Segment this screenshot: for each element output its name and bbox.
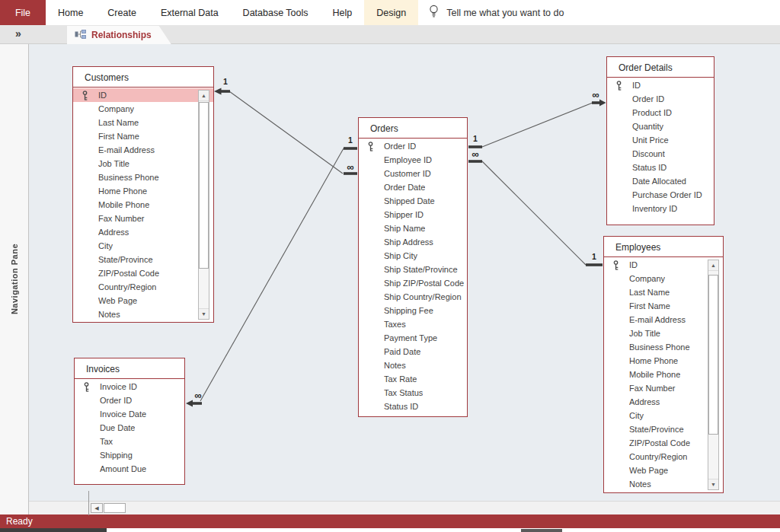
field-customers-zip-postal-code[interactable]: ZIP/Postal Code xyxy=(73,266,213,280)
field-employees-company[interactable]: Company xyxy=(604,272,723,285)
ribbon-tab-external-data[interactable]: External Data xyxy=(149,0,231,25)
field-orders-tax-status[interactable]: Tax Status xyxy=(359,386,467,400)
field-orders-ship-city[interactable]: Ship City xyxy=(359,249,467,263)
field-order-details-unit-price[interactable]: Unit Price xyxy=(607,133,714,147)
field-orders-ship-zip-postal-code[interactable]: Ship ZIP/Postal Code xyxy=(359,276,467,290)
field-customers-web-page[interactable]: Web Page xyxy=(73,294,213,307)
table-title-employees[interactable]: Employees xyxy=(604,237,723,257)
table-orders[interactable]: OrdersOrder IDEmployee IDCustomer IDOrde… xyxy=(358,117,468,417)
field-orders-employee-id[interactable]: Employee ID xyxy=(359,153,467,167)
field-orders-tax-rate[interactable]: Tax Rate xyxy=(359,372,467,386)
table-invoices[interactable]: InvoicesInvoice IDOrder IDInvoice DateDu… xyxy=(74,358,185,485)
ribbon-tab-home[interactable]: Home xyxy=(46,0,95,25)
field-orders-paid-date[interactable]: Paid Date xyxy=(359,345,467,358)
field-order-details-purchase-order-id[interactable]: Purchase Order ID xyxy=(607,188,714,202)
table-title-invoices[interactable]: Invoices xyxy=(75,358,184,379)
field-employees-zip-postal-code[interactable]: ZIP/Postal Code xyxy=(604,436,723,450)
field-employees-job-title[interactable]: Job Title xyxy=(604,327,723,340)
chevron-double-right-icon[interactable]: » xyxy=(15,27,21,40)
field-invoices-tax[interactable]: Tax xyxy=(75,435,184,448)
field-customers-id[interactable]: ID xyxy=(73,88,213,102)
field-customers-job-title[interactable]: Job Title xyxy=(73,157,213,170)
field-orders-shipper-id[interactable]: Shipper ID xyxy=(359,208,467,221)
file-tab[interactable]: File xyxy=(0,0,46,25)
field-invoices-invoice-date[interactable]: Invoice Date xyxy=(75,407,184,421)
ribbon-tab-help[interactable]: Help xyxy=(321,0,365,25)
field-customers-last-name[interactable]: Last Name xyxy=(73,116,213,129)
field-customers-e-mail-address[interactable]: E-mail Address xyxy=(73,143,213,157)
relationship-customers-orders[interactable]: 1 ∞ xyxy=(214,77,357,174)
scroll-thumb[interactable] xyxy=(104,503,126,513)
field-order-details-date-allocated[interactable]: Date Allocated xyxy=(607,174,714,188)
field-customers-country-region[interactable]: Country/Region xyxy=(73,280,213,294)
tab-relationships[interactable]: Relationships xyxy=(67,26,171,44)
field-order-details-quantity[interactable]: Quantity xyxy=(607,119,714,133)
table-title-orders[interactable]: Orders xyxy=(359,118,467,139)
field-orders-payment-type[interactable]: Payment Type xyxy=(359,331,467,345)
field-customers-city[interactable]: City xyxy=(73,239,213,253)
field-orders-taxes[interactable]: Taxes xyxy=(359,317,467,331)
field-employees-fax-number[interactable]: Fax Number xyxy=(604,381,723,395)
field-employees-notes[interactable]: Notes xyxy=(604,477,723,491)
field-employees-business-phone[interactable]: Business Phone xyxy=(604,340,723,354)
table-title-customers[interactable]: Customers xyxy=(73,67,213,88)
field-invoices-amount-due[interactable]: Amount Due xyxy=(75,462,184,476)
field-orders-order-id[interactable]: Order ID xyxy=(359,139,467,153)
field-invoices-shipping[interactable]: Shipping xyxy=(75,448,184,462)
field-orders-notes[interactable]: Notes xyxy=(359,358,467,372)
field-customers-mobile-phone[interactable]: Mobile Phone xyxy=(73,198,213,212)
field-invoices-order-id[interactable]: Order ID xyxy=(75,393,184,407)
field-employees-country-region[interactable]: Country/Region xyxy=(604,450,723,464)
field-order-details-inventory-id[interactable]: Inventory ID xyxy=(607,202,714,215)
relationship-orders-order-details[interactable]: 1 ∞ xyxy=(468,89,606,147)
field-employees-e-mail-address[interactable]: E-mail Address xyxy=(604,313,723,327)
field-customers-fax-number[interactable]: Fax Number xyxy=(73,212,213,225)
field-employees-state-province[interactable]: State/Province xyxy=(604,422,723,436)
field-employees-web-page[interactable]: Web Page xyxy=(604,464,723,477)
field-orders-order-date[interactable]: Order Date xyxy=(359,180,467,194)
field-customers-home-phone[interactable]: Home Phone xyxy=(73,184,213,198)
ribbon-tab-design[interactable]: Design xyxy=(364,0,418,25)
field-customers-first-name[interactable]: First Name xyxy=(73,129,213,143)
field-employees-mobile-phone[interactable]: Mobile Phone xyxy=(604,368,723,381)
field-orders-ship-address[interactable]: Ship Address xyxy=(359,235,467,249)
field-orders-shipping-fee[interactable]: Shipping Fee xyxy=(359,304,467,317)
field-customers-state-province[interactable]: State/Province xyxy=(73,253,213,266)
field-employees-home-phone[interactable]: Home Phone xyxy=(604,354,723,368)
scroll-down-button[interactable]: ▼ xyxy=(199,308,209,319)
field-orders-status-id[interactable]: Status ID xyxy=(359,400,467,413)
ribbon-tab-database-tools[interactable]: Database Tools xyxy=(231,0,321,25)
horizontal-scrollbar[interactable]: ◀ xyxy=(29,501,780,514)
ribbon-tab-create[interactable]: Create xyxy=(95,0,149,25)
field-employees-id[interactable]: ID xyxy=(604,258,723,272)
field-orders-ship-name[interactable]: Ship Name xyxy=(359,221,467,235)
field-order-details-discount[interactable]: Discount xyxy=(607,147,714,161)
field-customers-business-phone[interactable]: Business Phone xyxy=(73,170,213,184)
table-order-details[interactable]: Order DetailsIDOrder IDProduct IDQuantit… xyxy=(606,56,714,225)
table-customers[interactable]: CustomersIDCompanyLast NameFirst NameE-m… xyxy=(72,66,214,323)
scroll-up-button[interactable]: ▲ xyxy=(708,260,718,271)
field-order-details-order-id[interactable]: Order ID xyxy=(607,92,714,106)
field-customers-notes[interactable]: Notes xyxy=(73,307,213,321)
field-customers-address[interactable]: Address xyxy=(73,225,213,239)
field-employees-last-name[interactable]: Last Name xyxy=(604,285,723,299)
relationship-employees-orders[interactable]: ∞ 1 xyxy=(468,148,603,265)
field-orders-ship-state-province[interactable]: Ship State/Province xyxy=(359,263,467,276)
table-scrollbar[interactable]: ▲▼ xyxy=(198,90,209,320)
scroll-up-button[interactable]: ▲ xyxy=(199,91,209,101)
field-orders-shipped-date[interactable]: Shipped Date xyxy=(359,194,467,208)
scroll-thumb[interactable] xyxy=(199,102,209,269)
table-title-order-details[interactable]: Order Details xyxy=(607,57,714,78)
field-orders-customer-id[interactable]: Customer ID xyxy=(359,167,467,180)
table-scrollbar[interactable]: ▲▼ xyxy=(708,260,719,490)
field-orders-ship-country-region[interactable]: Ship Country/Region xyxy=(359,290,467,304)
field-order-details-product-id[interactable]: Product ID xyxy=(607,106,714,119)
field-order-details-status-id[interactable]: Status ID xyxy=(607,161,714,174)
field-employees-address[interactable]: Address xyxy=(604,395,723,409)
scroll-thumb[interactable] xyxy=(708,275,718,435)
field-invoices-due-date[interactable]: Due Date xyxy=(75,421,184,435)
field-invoices-invoice-id[interactable]: Invoice ID xyxy=(75,380,184,393)
field-employees-city[interactable]: City xyxy=(604,409,723,422)
field-employees-first-name[interactable]: First Name xyxy=(604,299,723,313)
scroll-left-button[interactable]: ◀ xyxy=(91,503,103,513)
